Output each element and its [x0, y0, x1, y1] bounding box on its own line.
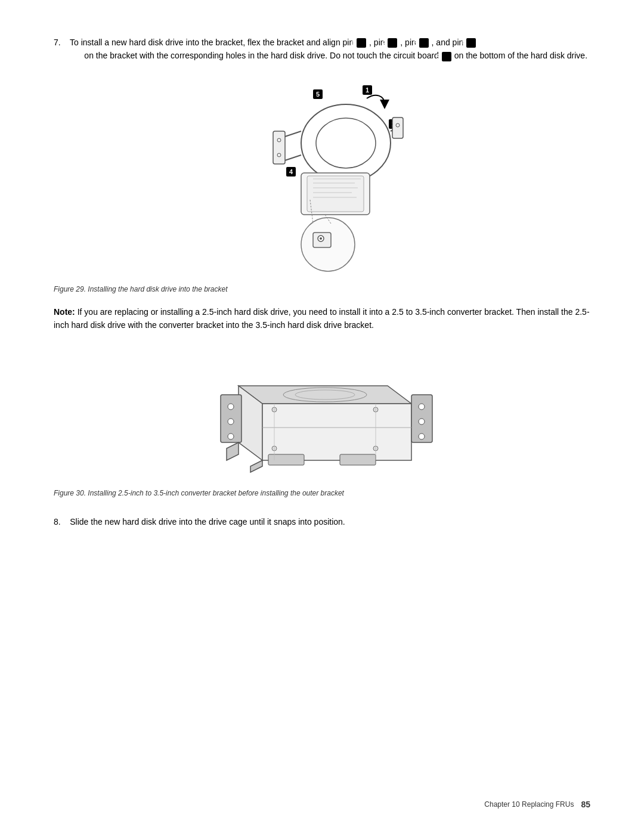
- note-label: Note:: [54, 307, 75, 317]
- svg-point-38: [228, 433, 234, 439]
- svg-point-10: [301, 104, 391, 182]
- svg-rect-18: [392, 117, 403, 138]
- figure-30-caption: Figure 30. Installing 2.5-inch to 3.5-in…: [54, 489, 590, 497]
- footer-chapter: Chapter 10 Replacing FRUs: [484, 800, 574, 809]
- badge-4: 4: [466, 38, 476, 48]
- figure-30-container: [54, 350, 590, 483]
- page: 7. To install a new hard disk drive into…: [0, 0, 644, 833]
- svg-point-40: [419, 404, 425, 410]
- svg-point-30: [320, 237, 322, 240]
- figure-30-caption-text: Figure 30. Installing 2.5-inch to 3.5-in…: [54, 489, 344, 497]
- note-section: Note: If you are replacing or installing…: [54, 305, 590, 332]
- figure-29-container: 5 1 2 4 3: [54, 80, 590, 279]
- svg-point-37: [228, 419, 234, 425]
- svg-point-11: [316, 118, 376, 168]
- svg-text:4: 4: [289, 168, 293, 175]
- note-text: Note: If you are replacing or installing…: [54, 305, 590, 332]
- svg-text:5: 5: [316, 91, 320, 98]
- figure-29-caption: Figure 29. Installing the hard disk driv…: [54, 285, 590, 293]
- step-7-text: 7. To install a new hard disk drive into…: [54, 36, 590, 63]
- svg-rect-21: [307, 176, 364, 212]
- step-7-text4: , and pin: [432, 38, 464, 47]
- svg-rect-15: [273, 131, 285, 164]
- svg-point-42: [419, 433, 425, 439]
- footer: Chapter 10 Replacing FRUs 85: [54, 800, 590, 809]
- figure-29-image: 5 1 2 4 3: [209, 80, 435, 277]
- step-7-text5: on the bracket with the corresponding ho…: [84, 51, 439, 60]
- step-8-text: 8. Slide the new hard disk drive into th…: [54, 515, 590, 528]
- step-7-section: 7. To install a new hard disk drive into…: [54, 36, 590, 63]
- svg-point-41: [419, 419, 425, 425]
- note-content: If you are replacing or installing a 2.5…: [54, 307, 590, 330]
- svg-line-12: [283, 131, 301, 137]
- figure-30-image: [191, 350, 453, 481]
- step-7-text6: on the bottom of the hard disk drive.: [454, 51, 587, 60]
- step-7-text1: To install a new hard disk drive into th…: [70, 38, 354, 47]
- svg-rect-44: [340, 454, 376, 465]
- step-8-content: Slide the new hard disk drive into the d…: [70, 517, 345, 527]
- svg-line-13: [283, 155, 301, 161]
- step-number: 7.: [54, 38, 61, 47]
- svg-rect-43: [268, 454, 304, 465]
- footer-page-number: 85: [581, 800, 590, 809]
- badge-2: 2: [388, 38, 397, 48]
- badge-3: 3: [419, 38, 429, 48]
- svg-text:1: 1: [366, 86, 369, 94]
- svg-point-36: [228, 404, 234, 410]
- badge-1: 1: [357, 38, 366, 48]
- badge-5: 5: [442, 52, 451, 61]
- step-8-section: 8. Slide the new hard disk drive into th…: [54, 515, 590, 528]
- step-8-number: 8.: [54, 517, 61, 527]
